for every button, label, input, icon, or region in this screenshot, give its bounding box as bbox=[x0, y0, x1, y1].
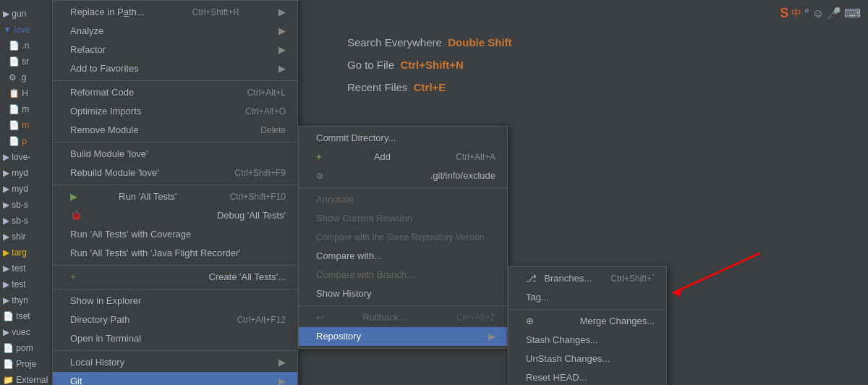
submenu-arrow-icon: ▶ bbox=[278, 5, 286, 20]
menu-item-shortcut: Ctrl+Alt+O bbox=[245, 104, 286, 119]
keyboard-icon: ⌨ bbox=[844, 7, 861, 20]
menu-item-label: Compare with Branch... bbox=[316, 268, 414, 282]
menu-item-commit-directory[interactable]: Commit Directory... bbox=[299, 129, 507, 148]
menu-item-label: Refactor bbox=[70, 43, 106, 57]
menu-item-shortcut: Ctrl+Alt+Z bbox=[456, 310, 495, 325]
menu-item-label: Run 'All Tests' with 'Java Flight Record… bbox=[70, 246, 241, 261]
file-tree-item: ▶ thyn bbox=[0, 292, 52, 308]
menu-item-label: Build Module 'love' bbox=[70, 147, 148, 161]
menu-item-git-add[interactable]: + Add Ctrl+Alt+A bbox=[299, 148, 507, 166]
menu-item-show-explorer[interactable]: Show in Explorer bbox=[53, 292, 297, 310]
search-area: Search Everywhere Double Shift Go to Fil… bbox=[347, 36, 512, 93]
menu-item-label: Reformat Code bbox=[70, 85, 134, 100]
menu-item-branches[interactable]: ⎇ Branches... Ctrl+Shift+` bbox=[509, 269, 666, 288]
menu-item-label: Show in Explorer bbox=[70, 294, 141, 308]
menu-item-label: Reset HEAD... bbox=[526, 371, 587, 385]
menu-item-label: Open in Terminal bbox=[70, 331, 141, 346]
file-tree-item: ▶ myd bbox=[0, 165, 52, 181]
mic-icon: 🎤 bbox=[827, 7, 841, 20]
menu-item-build-module[interactable]: Build Module 'love' bbox=[53, 145, 297, 164]
menu-item-unstash-changes[interactable]: UnStash Changes... bbox=[509, 350, 666, 368]
submenu-arrow-icon: ▶ bbox=[278, 355, 286, 370]
create-icon: + bbox=[70, 270, 76, 284]
file-tree-item: ▶ love- bbox=[0, 149, 52, 165]
file-tree-item: 📄 Proje bbox=[0, 356, 52, 372]
menu-item-label: Stash Changes... bbox=[526, 333, 598, 347]
menu-item-open-terminal[interactable]: Open in Terminal bbox=[53, 329, 297, 348]
smiley-icon: ☺ bbox=[812, 7, 824, 20]
file-tree-item: ▶ test bbox=[0, 276, 52, 292]
menu-separator bbox=[53, 185, 297, 185]
menu-item-shortcut: Ctrl+Shift+` bbox=[610, 271, 655, 286]
submenu-arrow-icon: ▶ bbox=[278, 374, 286, 385]
file-tree-item: ▶ gun bbox=[0, 6, 52, 22]
merge-icon: ⊕ bbox=[526, 314, 534, 329]
menu-item-label: Rollback... bbox=[362, 310, 407, 325]
menu-item-stash-changes[interactable]: Stash Changes... bbox=[509, 331, 666, 350]
menu-item-shortcut: Ctrl+Shift+R bbox=[192, 5, 239, 20]
menu-item-git[interactable]: Git ▶ bbox=[53, 372, 297, 385]
menu-item-git-exclude[interactable]: ⚙ .git/info/exclude bbox=[299, 166, 507, 185]
file-tree-item: ▶ sb-s bbox=[0, 197, 52, 213]
menu-item-reformat-code[interactable]: Reformat Code Ctrl+Alt+L bbox=[53, 83, 297, 102]
file-tree: ▶ gun ▼ love 📄 .n 📄 sr ⚙ .g 📋 H 📄 m 📄 m … bbox=[0, 0, 52, 385]
menu-item-label: Repository bbox=[316, 329, 361, 344]
file-tree-item: ▶ targ bbox=[0, 245, 52, 261]
menu-separator bbox=[53, 80, 297, 81]
menu-item-rebuild-module[interactable]: Rebuild Module 'love' Ctrl+Shift+F9 bbox=[53, 164, 297, 182]
menu-item-label: Analyze bbox=[70, 24, 103, 38]
menu-item-reset-head[interactable]: Reset HEAD... bbox=[509, 368, 666, 385]
menu-item-label: Compare with... bbox=[316, 249, 382, 263]
menu-item-shortcut: Delete bbox=[260, 123, 286, 138]
file-tree-item: 📄 m bbox=[0, 117, 52, 133]
rollback-icon: ↩ bbox=[316, 310, 324, 325]
file-tree-item: ▼ love bbox=[0, 22, 52, 38]
submenu-arrow-icon: ▶ bbox=[278, 24, 286, 38]
menu-item-replace-in-path[interactable]: Replace in Path... Ctrl+Shift+R ▶ bbox=[53, 3, 297, 22]
context-menu-repository: ⎇ Branches... Ctrl+Shift+` Tag... ⊕ Merg… bbox=[508, 266, 667, 385]
menu-item-add-to-favorites[interactable]: Add to Favorites ▶ bbox=[53, 59, 297, 78]
plus-icon: + bbox=[316, 150, 322, 164]
menu-item-shortcut: Ctrl+Alt+F12 bbox=[237, 313, 286, 327]
menu-item-refactor[interactable]: Refactor ▶ bbox=[53, 41, 297, 59]
go-to-file-shortcut: Ctrl+Shift+N bbox=[400, 59, 464, 71]
file-tree-item: ▶ sb-s bbox=[0, 213, 52, 229]
menu-item-rollback[interactable]: ↩ Rollback... Ctrl+Alt+Z bbox=[299, 308, 507, 327]
menu-item-label: Show History bbox=[316, 287, 372, 301]
menu-item-run-jfr[interactable]: Run 'All Tests' with 'Java Flight Record… bbox=[53, 244, 297, 263]
menu-item-label: Show Current Revision bbox=[316, 211, 412, 226]
menu-item-run-coverage[interactable]: Run 'All Tests' with Coverage bbox=[53, 225, 297, 244]
menu-item-show-history[interactable]: Show History bbox=[299, 284, 507, 303]
menu-item-shortcut: Ctrl+Alt+L bbox=[247, 85, 286, 100]
menu-item-label: Add to Favorites bbox=[70, 62, 139, 76]
file-tree-item: ▶ shir bbox=[0, 229, 52, 245]
menu-item-label: Local History bbox=[70, 355, 124, 370]
menu-item-compare-branch[interactable]: Compare with Branch... bbox=[299, 266, 507, 284]
menu-item-create-tests[interactable]: + Create 'All Tests'... bbox=[53, 268, 297, 287]
s-icon: S bbox=[780, 6, 788, 21]
menu-item-repository[interactable]: Repository ▶ bbox=[299, 327, 507, 346]
file-tree-item: 📄 m bbox=[0, 101, 52, 117]
menu-item-remove-module[interactable]: Remove Module Delete bbox=[53, 121, 297, 140]
submenu-arrow-icon: ▶ bbox=[488, 329, 495, 344]
menu-item-local-history[interactable]: Local History ▶ bbox=[53, 353, 297, 372]
menu-item-show-current-revision[interactable]: Show Current Revision bbox=[299, 209, 507, 228]
menu-separator bbox=[509, 309, 666, 310]
go-to-file-label: Go to File bbox=[347, 59, 394, 71]
menu-item-tag[interactable]: Tag... bbox=[509, 288, 666, 307]
menu-item-analyze[interactable]: Analyze ▶ bbox=[53, 22, 297, 41]
menu-item-label: Branches... bbox=[544, 271, 592, 286]
menu-item-label: Optimize Imports bbox=[70, 104, 141, 119]
menu-item-directory-path[interactable]: Directory Path Ctrl+Alt+F12 bbox=[53, 310, 297, 329]
menu-item-run-all-tests[interactable]: ▶ Run 'All Tests' Ctrl+Shift+F10 bbox=[53, 187, 297, 206]
menu-item-compare-with-menu[interactable]: Compare with... bbox=[299, 247, 507, 266]
menu-item-merge-changes[interactable]: ⊕ Merge Changes... bbox=[509, 312, 666, 331]
menu-item-optimize-imports[interactable]: Optimize Imports Ctrl+Alt+O bbox=[53, 102, 297, 121]
menu-item-annotate[interactable]: Annotate bbox=[299, 190, 507, 209]
menu-item-label: .git/info/exclude bbox=[430, 169, 495, 183]
menu-separator bbox=[53, 350, 297, 351]
menu-item-debug-all-tests[interactable]: 🐞 Debug 'All Tests' bbox=[53, 206, 297, 225]
debug-icon: 🐞 bbox=[70, 208, 82, 223]
menu-item-compare-same-repo[interactable]: Compare with the Same Repository Version bbox=[299, 228, 507, 247]
menu-separator bbox=[299, 187, 507, 188]
